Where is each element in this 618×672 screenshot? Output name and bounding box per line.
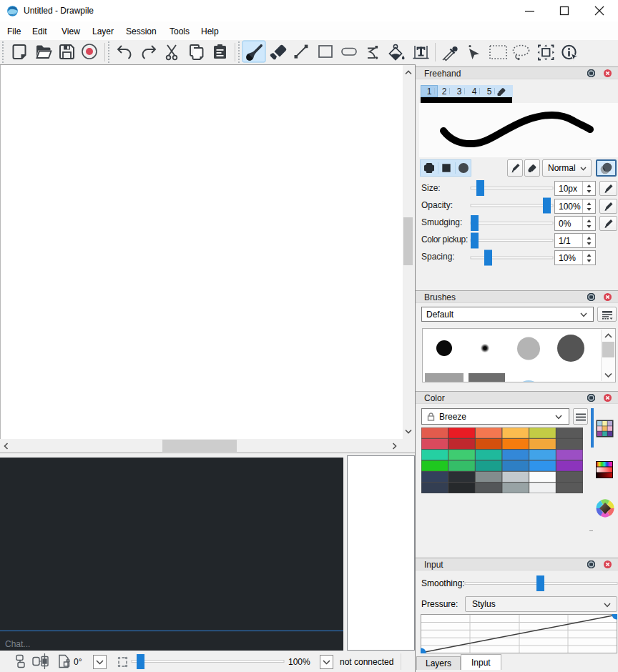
svg-text:not connected: not connected bbox=[340, 657, 393, 667]
svg-text:100%: 100% bbox=[288, 657, 310, 667]
svg-text:0°: 0° bbox=[74, 657, 82, 667]
